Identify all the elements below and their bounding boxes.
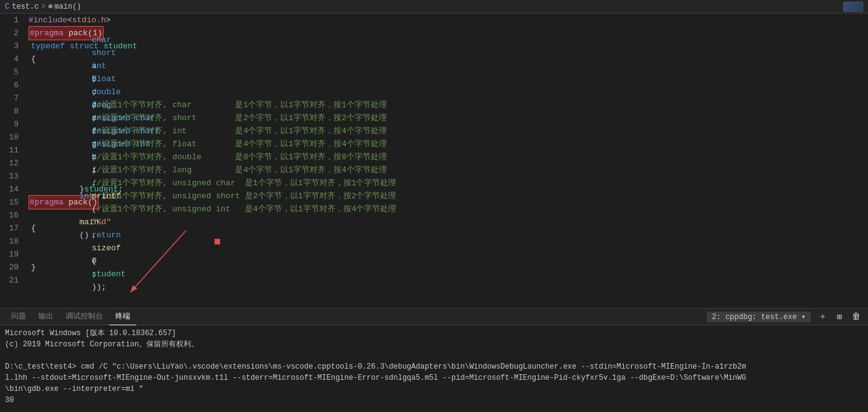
line-num-9: 9 (5, 118, 19, 131)
line-num-1: 1 (5, 14, 19, 27)
line-num-19: 19 (5, 248, 19, 261)
code-area[interactable]: #include<stdio.h> #pragma pack(1) typede… (26, 14, 868, 308)
top-bar: C test.c > ⊕ main() (0, 0, 868, 14)
line-num-3: 3 (5, 40, 19, 53)
funcname: main() (55, 2, 81, 11)
line-num-11: 11 (5, 144, 19, 157)
line-num-17: 17 (5, 222, 19, 235)
file-lang-icon: C (5, 2, 9, 11)
line-num-4: 4 (5, 53, 19, 66)
line-num-15: 15 (5, 196, 19, 209)
terminal-tab-bar: 问题 输出 调试控制台 终端 2: cppdbg: test.exe ▾ ＋ ⊞… (0, 309, 868, 325)
line-numbers: 1 2 3 4 5 6 7 8 9 10 11 12 13 14 15 16 1… (0, 14, 26, 308)
line-num-16: 16 (5, 209, 19, 222)
terminal-line-1: Microsoft Windows [版本 10.0.18362.657] (5, 328, 863, 339)
editor-wrapper: 1 2 3 4 5 6 7 8 9 10 11 12 13 14 15 16 1… (0, 14, 868, 308)
code-line-19: return 0 ; (29, 248, 866, 261)
terminal-line-2: (c) 2019 Microsoft Corporation。保留所有权利。 (5, 339, 863, 350)
line-num-10: 10 (5, 131, 19, 144)
line-num-2: 2 (5, 27, 19, 40)
code-line-18: printf ( "%d" , sizeof ( student )); (29, 235, 866, 248)
terminal-content[interactable]: Microsoft Windows [版本 10.0.18362.657] (c… (0, 325, 868, 412)
line-num-18: 18 (5, 235, 19, 248)
terminal-line-7: 30 (5, 395, 863, 406)
close-terminal-icon[interactable]: 🗑 (849, 312, 863, 322)
breakpoint-dot (215, 239, 220, 244)
terminal-panel: 问题 输出 调试控制台 终端 2: cppdbg: test.exe ▾ ＋ ⊞… (0, 308, 868, 412)
line-num-21: 21 (5, 274, 19, 287)
terminal-line-4: D:\c_test\test4> cmd /C "c:\Users\LiuYao… (5, 361, 863, 372)
line-num-5: 5 (5, 66, 19, 79)
terminal-line-3 (5, 350, 863, 361)
tab-problems[interactable]: 问题 (5, 309, 32, 325)
line-num-7: 7 (5, 92, 19, 105)
line-num-20: 20 (5, 261, 19, 274)
terminal-actions: 2: cppdbg: test.exe ▾ ＋ ⊞ 🗑 (707, 311, 863, 322)
terminal-line-8: D:\c_test\test4> (5, 406, 863, 412)
tab-terminal[interactable]: 终端 (109, 309, 136, 325)
line-num-13: 13 (5, 170, 19, 183)
func-icon: ⊕ (48, 2, 53, 11)
add-terminal-icon[interactable]: ＋ (816, 311, 830, 322)
line-num-8: 8 (5, 105, 19, 118)
terminal-line-5: l.lhh --stdout=Microsoft-MIEngine-Out-ju… (5, 372, 863, 384)
line-num-12: 12 (5, 157, 19, 170)
terminal-dropdown[interactable]: 2: cppdbg: test.exe ▾ (707, 312, 810, 322)
code-line-13: unsigned int i ; //设置1个字节对齐, unsigned in… (29, 170, 866, 183)
editor[interactable]: 1 2 3 4 5 6 7 8 9 10 11 12 13 14 15 16 1… (0, 14, 868, 308)
code-line-21 (29, 274, 866, 287)
tab-debug-console[interactable]: 调试控制台 (60, 309, 109, 325)
tab-output[interactable]: 输出 (32, 309, 60, 325)
filename: test.c (12, 2, 38, 11)
line-num-14: 14 (5, 183, 19, 196)
breadcrumb-sep: > (41, 2, 45, 11)
line-num-6: 6 (5, 79, 19, 92)
code-line-20: } (29, 261, 866, 274)
split-terminal-icon[interactable]: ⊞ (835, 312, 844, 322)
terminal-line-6: \bin\gdb.exe --interpreter=mi " (5, 384, 863, 395)
